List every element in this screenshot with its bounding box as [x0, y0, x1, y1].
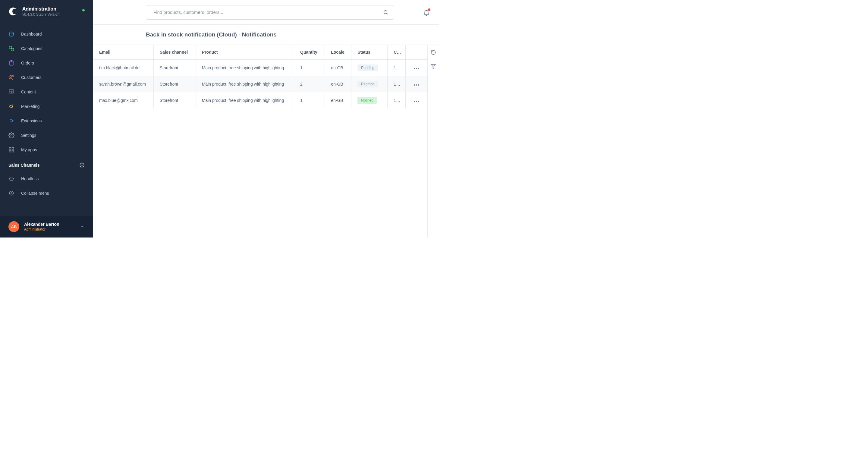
- topbar: [93, 0, 439, 25]
- app-title: Administration: [22, 6, 59, 12]
- filter-icon: [431, 64, 436, 69]
- svg-point-6: [12, 76, 13, 77]
- svg-point-23: [384, 10, 387, 14]
- sidebar-item-label: Dashboard: [21, 32, 42, 36]
- cell-locale: en-GB: [325, 76, 351, 92]
- filter-button[interactable]: [431, 64, 436, 69]
- search-icon: [383, 10, 389, 15]
- sidebar-item-label: Customers: [21, 75, 41, 80]
- th-quantity[interactable]: Quantity: [294, 45, 325, 60]
- search-input[interactable]: [153, 10, 379, 15]
- th-email[interactable]: Email: [93, 45, 153, 60]
- sidebar-item-label: Extensions: [21, 119, 41, 123]
- svg-line-24: [387, 13, 388, 14]
- page-title: Back in stock notification (Cloud) - Not…: [93, 25, 439, 44]
- status-badge: Pending: [358, 81, 378, 87]
- collapse-label: Collapse menu: [21, 191, 49, 196]
- sidebar-item-extensions[interactable]: Extensions: [0, 114, 93, 128]
- cell-email: sarah.brown@gmail.com: [93, 76, 153, 92]
- user-role: Administrator: [24, 227, 59, 231]
- svg-point-22: [9, 191, 13, 195]
- cell-actions: [406, 60, 427, 76]
- cell-created: 15.: [388, 92, 406, 108]
- sidebar-nav: Dashboard Catalogues Orders Customers Co…: [0, 22, 93, 216]
- sidebar-item-myapps[interactable]: My apps: [0, 142, 93, 157]
- cell-sales-channel: Storefront: [153, 76, 195, 92]
- user-name: Alexander Barton: [24, 222, 59, 227]
- cell-email: tim.black@hotmail.de: [93, 60, 153, 76]
- sidebar-item-customers[interactable]: Customers: [0, 70, 93, 85]
- table-row[interactable]: max.blue@gmx.comStorefrontMain product, …: [93, 92, 427, 108]
- cell-product: Main product, free shipping with highlig…: [195, 92, 294, 108]
- sidebar: Administration v6.4.3.0 Stable Version D…: [0, 0, 93, 238]
- sidebar-item-label: Headless: [21, 176, 38, 181]
- brand-logo-icon: [8, 7, 18, 16]
- collapse-menu-button[interactable]: Collapse menu: [0, 186, 93, 200]
- cell-product: Main product, free shipping with highlig…: [195, 76, 294, 92]
- gauge-icon: [8, 31, 14, 37]
- cell-locale: en-GB: [325, 60, 351, 76]
- avatar: AB: [8, 221, 19, 232]
- sales-channels-header: Sales Channels: [0, 157, 93, 171]
- cell-sales-channel: Storefront: [153, 60, 195, 76]
- app-version: v6.4.3.0 Stable Version: [22, 12, 59, 17]
- cell-status: Pending: [351, 60, 388, 76]
- sidebar-item-headless[interactable]: Headless: [0, 171, 93, 186]
- chevron-up-icon: [80, 224, 85, 229]
- status-dot-icon: [82, 9, 85, 11]
- sidebar-item-catalogues[interactable]: Catalogues: [0, 41, 93, 56]
- megaphone-icon: [8, 103, 14, 109]
- chevron-left-circle-icon: [8, 190, 14, 196]
- svg-rect-18: [12, 150, 14, 152]
- svg-point-5: [10, 76, 12, 78]
- th-created[interactable]: Created at: [388, 45, 406, 60]
- users-icon: [8, 74, 14, 81]
- th-locale[interactable]: Locale: [325, 45, 351, 60]
- user-panel[interactable]: AB Alexander Barton Administrator: [0, 216, 93, 238]
- sidebar-item-orders[interactable]: Orders: [0, 56, 93, 70]
- cell-email: max.blue@gmx.com: [93, 92, 153, 108]
- gear-icon: [8, 132, 14, 138]
- refresh-button[interactable]: [431, 50, 436, 55]
- cell-status: Notified: [351, 92, 388, 108]
- notifications-button[interactable]: [421, 7, 432, 18]
- cell-quantity: 2: [294, 76, 325, 92]
- table-container: Email Sales channel Product Quantity Loc…: [93, 44, 427, 238]
- status-badge: Notified: [358, 97, 377, 104]
- notifications-table: Email Sales channel Product Quantity Loc…: [93, 45, 427, 108]
- th-product[interactable]: Product: [195, 45, 294, 60]
- row-actions-button[interactable]: [414, 68, 419, 69]
- table-side-tools: [427, 44, 439, 238]
- cell-locale: en-GB: [325, 92, 351, 108]
- svg-rect-15: [9, 148, 11, 150]
- sidebar-item-label: Content: [21, 90, 36, 94]
- status-badge: Pending: [358, 64, 378, 71]
- svg-point-14: [11, 135, 12, 136]
- notification-dot-icon: [428, 8, 430, 11]
- sidebar-item-label: Orders: [21, 61, 34, 65]
- row-actions-button[interactable]: [414, 101, 419, 102]
- svg-rect-16: [12, 148, 14, 150]
- add-sales-channel-button[interactable]: [79, 162, 85, 168]
- sidebar-item-marketing[interactable]: Marketing: [0, 99, 93, 114]
- th-sales-channel[interactable]: Sales channel: [153, 45, 195, 60]
- basket-icon: [8, 176, 14, 182]
- th-status[interactable]: Status: [351, 45, 388, 60]
- row-actions-button[interactable]: [414, 85, 419, 86]
- cell-product: Main product, free shipping with highlig…: [195, 60, 294, 76]
- main-content: Back in stock notification (Cloud) - Not…: [93, 0, 439, 238]
- sidebar-header: Administration v6.4.3.0 Stable Version: [0, 0, 93, 22]
- sidebar-item-settings[interactable]: Settings: [0, 128, 93, 142]
- table-row[interactable]: sarah.brown@gmail.comStorefrontMain prod…: [93, 76, 427, 92]
- sidebar-item-content[interactable]: Content: [0, 85, 93, 99]
- table-row[interactable]: tim.black@hotmail.deStorefrontMain produ…: [93, 60, 427, 76]
- catalogue-icon: [8, 45, 14, 52]
- plug-icon: [8, 118, 14, 124]
- cell-created: 15.: [388, 60, 406, 76]
- search-box[interactable]: [146, 5, 394, 20]
- svg-marker-25: [431, 64, 435, 69]
- grid-icon: [8, 147, 14, 153]
- sidebar-item-dashboard[interactable]: Dashboard: [0, 27, 93, 41]
- cell-actions: [406, 92, 427, 108]
- sidebar-item-label: My apps: [21, 147, 37, 152]
